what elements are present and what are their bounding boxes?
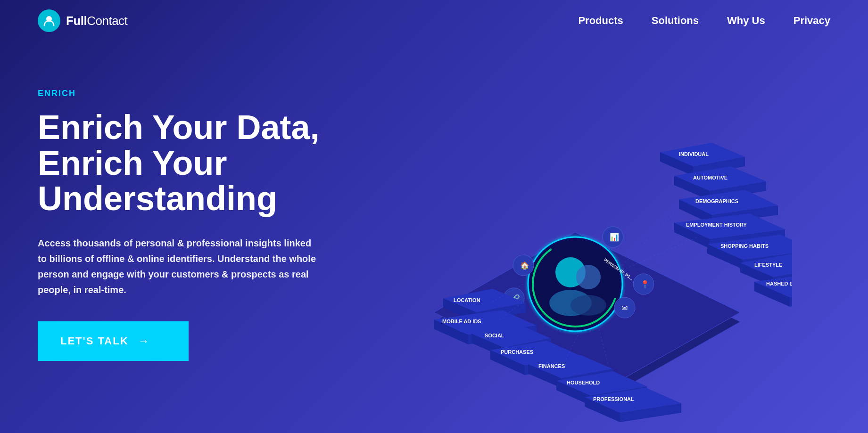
- svg-text:DEMOGRAPHICS: DEMOGRAPHICS: [695, 198, 738, 204]
- nav-link-products[interactable]: Products: [578, 15, 623, 27]
- navigation: FullContact Products Solutions Why Us Pr…: [0, 0, 868, 41]
- cta-label: LET'S TALK: [60, 335, 129, 347]
- svg-line-88: [622, 237, 698, 270]
- svg-line-87: [622, 209, 679, 265]
- svg-text:INDIVIDUAL: INDIVIDUAL: [679, 151, 709, 157]
- enrich-label: ENRICH: [38, 89, 368, 98]
- svg-text:📍: 📍: [640, 280, 650, 289]
- svg-text:📊: 📊: [610, 233, 619, 242]
- nav-link-privacy[interactable]: Privacy: [794, 15, 830, 27]
- svg-point-19: [570, 295, 606, 316]
- hero-content: ENRICH Enrich Your Data, Enrich Your Und…: [38, 70, 368, 432]
- svg-point-18: [576, 265, 601, 289]
- hero-title: Enrich Your Data, Enrich Your Understand…: [38, 110, 368, 217]
- svg-text:LOCATION: LOCATION: [454, 297, 480, 303]
- logo-text: FullContact: [66, 14, 127, 28]
- nav-links: Products Solutions Why Us Privacy: [578, 15, 830, 27]
- svg-text:FINANCES: FINANCES: [538, 363, 565, 369]
- svg-text:AUTOMOTIVE: AUTOMOTIVE: [693, 175, 727, 180]
- logo[interactable]: FullContact: [38, 9, 127, 32]
- nav-link-why-us[interactable]: Why Us: [727, 15, 765, 27]
- svg-text:MOBILE AD IDS: MOBILE AD IDS: [442, 319, 481, 324]
- isometric-diagram: PERSON ID: P1... 🏠 🔗 📊 ✉ 📍: [368, 51, 792, 433]
- arrow-icon: →: [138, 335, 150, 348]
- svg-text:LIFESTYLE: LIFESTYLE: [754, 262, 782, 268]
- hero-section: ENRICH Enrich Your Data, Enrich Your Und…: [0, 41, 868, 432]
- nav-link-solutions[interactable]: Solutions: [652, 15, 699, 27]
- svg-text:✉: ✉: [621, 304, 628, 312]
- cta-button[interactable]: LET'S TALK →: [38, 321, 189, 361]
- svg-text:HOUSEHOLD: HOUSEHOLD: [567, 380, 600, 385]
- svg-text:HASHED EMAILS: HASHED EMAILS: [766, 281, 792, 286]
- svg-text:EMPLOYMENT HISTORY: EMPLOYMENT HISTORY: [686, 222, 747, 228]
- hero-diagram: PERSON ID: P1... 🏠 🔗 📊 ✉ 📍: [368, 70, 830, 432]
- svg-text:PURCHASES: PURCHASES: [501, 349, 533, 355]
- svg-text:SOCIAL: SOCIAL: [485, 333, 504, 338]
- svg-text:SHOPPING HABITS: SHOPPING HABITS: [720, 243, 769, 249]
- logo-icon: [38, 9, 60, 32]
- hero-description: Access thousands of personal & professio…: [38, 236, 321, 298]
- svg-text:🏠: 🏠: [520, 261, 529, 270]
- svg-text:PROFESSIONAL: PROFESSIONAL: [593, 396, 634, 402]
